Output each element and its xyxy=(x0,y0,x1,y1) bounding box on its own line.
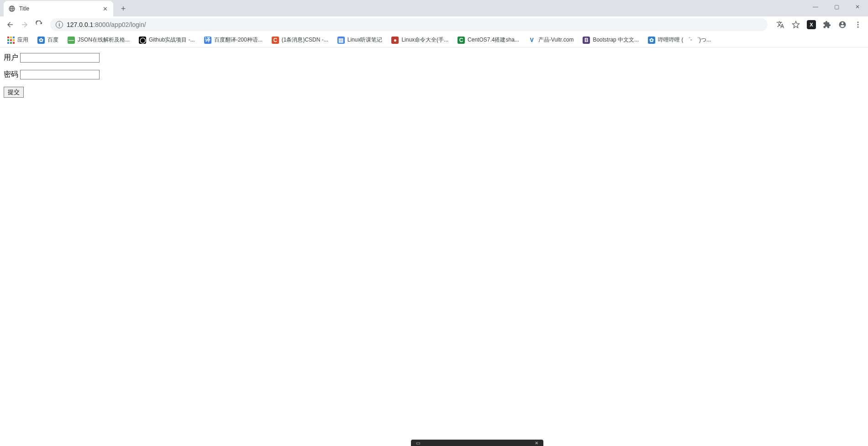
bookmark-item[interactable]: 译百度翻译-200种语... xyxy=(200,34,266,46)
bookmark-favicon: ● xyxy=(391,37,399,44)
back-button[interactable] xyxy=(4,18,16,31)
translate-icon[interactable] xyxy=(774,18,787,31)
bookmark-item[interactable]: ✿哔哩哔哩 ( ゜- ゜)つ... xyxy=(644,34,715,46)
tab-strip: Title ✕ + — ▢ ✕ xyxy=(0,0,868,16)
bookmarks-bar: 应用 ✿百度—JSON在线解析及格...◯Github实战项目 -...译百度翻… xyxy=(0,33,868,47)
bookmark-label: Github实战项目 -... xyxy=(149,36,195,44)
star-icon[interactable] xyxy=(789,18,802,31)
bookmark-label: JSON在线解析及格... xyxy=(78,36,130,44)
bookmark-label: Bootstrap 中文文... xyxy=(593,36,639,44)
globe-icon xyxy=(8,5,16,12)
bookmark-label: Linux听课笔记 xyxy=(347,36,383,44)
bookmark-label: CentOS7.4搭建sha... xyxy=(468,36,519,44)
svg-point-2 xyxy=(857,26,859,28)
address-bar[interactable]: i 127.0.0.1:8000/app02/login/ xyxy=(50,18,768,31)
bookmark-label: 百度翻译-200种语... xyxy=(214,36,263,44)
new-tab-button[interactable]: + xyxy=(117,2,130,15)
user-input[interactable] xyxy=(20,53,100,63)
window-controls: — ▢ ✕ xyxy=(805,0,868,14)
site-info-icon[interactable]: i xyxy=(56,21,63,28)
bookmark-favicon: — xyxy=(68,37,75,44)
submit-button[interactable]: 提交 xyxy=(4,87,24,98)
apps-label: 应用 xyxy=(17,36,28,44)
overlay-right-icon: ✕ xyxy=(533,440,540,446)
bookmark-label: 产品-Vultr.com xyxy=(538,36,574,44)
bookmark-item[interactable]: —JSON在线解析及格... xyxy=(64,34,133,46)
bookmark-favicon: ▤ xyxy=(337,37,345,44)
bookmark-favicon: C xyxy=(272,37,279,44)
password-input[interactable] xyxy=(20,70,100,79)
bookmark-favicon: V xyxy=(528,37,536,44)
password-label: 密码 xyxy=(4,70,18,79)
bookmark-favicon: B xyxy=(583,37,590,44)
profile-icon[interactable] xyxy=(836,18,849,31)
kebab-menu-icon[interactable] xyxy=(852,18,864,31)
page-content: 用户 密码 提交 xyxy=(0,47,868,110)
extensions-icon[interactable] xyxy=(821,18,833,31)
bookmark-item[interactable]: CCentOS7.4搭建sha... xyxy=(454,34,523,46)
bookmark-favicon: 译 xyxy=(204,37,211,44)
bookmark-item[interactable]: ●Linux命令大全(手... xyxy=(388,34,452,46)
bookmark-favicon: ✿ xyxy=(37,37,45,44)
bookmark-item[interactable]: ▤Linux听课笔记 xyxy=(334,34,386,46)
tab-title: Title xyxy=(19,5,98,12)
bookmark-item[interactable]: V产品-Vultr.com xyxy=(525,34,578,46)
minimize-button[interactable]: — xyxy=(805,0,826,14)
bookmark-favicon: C xyxy=(458,37,465,44)
apps-grid-icon xyxy=(7,37,15,44)
bookmark-favicon: ◯ xyxy=(139,37,146,44)
bottom-overlay-strip: ▭ ✕ xyxy=(411,440,543,446)
bookmark-label: (1条消息)CSDN -... xyxy=(282,36,328,44)
browser-tab[interactable]: Title ✕ xyxy=(4,1,113,16)
bookmark-label: 哔哩哔哩 ( ゜- ゜)つ... xyxy=(658,36,711,44)
bookmark-item[interactable]: C(1条消息)CSDN -... xyxy=(268,34,332,46)
overlay-left-icon: ▭ xyxy=(415,440,421,446)
bookmark-item[interactable]: BBootstrap 中文文... xyxy=(579,34,642,46)
maximize-button[interactable]: ▢ xyxy=(826,0,847,14)
bookmark-label: Linux命令大全(手... xyxy=(401,36,448,44)
svg-point-1 xyxy=(857,24,859,26)
apps-shortcut[interactable]: 应用 xyxy=(4,34,32,46)
svg-point-0 xyxy=(857,21,859,23)
url-text: 127.0.0.1:8000/app02/login/ xyxy=(67,21,146,28)
bookmark-item[interactable]: ✿百度 xyxy=(34,34,62,46)
reload-button[interactable] xyxy=(33,18,46,31)
user-label: 用户 xyxy=(4,53,18,63)
close-tab-icon[interactable]: ✕ xyxy=(101,5,109,12)
window-close-button[interactable]: ✕ xyxy=(847,0,868,14)
extension-badge-icon[interactable]: X xyxy=(805,18,818,31)
login-form: 用户 密码 提交 xyxy=(4,53,864,98)
browser-toolbar: i 127.0.0.1:8000/app02/login/ X xyxy=(0,16,868,33)
bookmark-label: 百度 xyxy=(47,36,58,44)
bookmark-favicon: ✿ xyxy=(648,37,655,44)
toolbar-right: X xyxy=(774,18,864,31)
bookmark-item[interactable]: ◯Github实战项目 -... xyxy=(135,34,199,46)
forward-button[interactable] xyxy=(18,18,31,31)
